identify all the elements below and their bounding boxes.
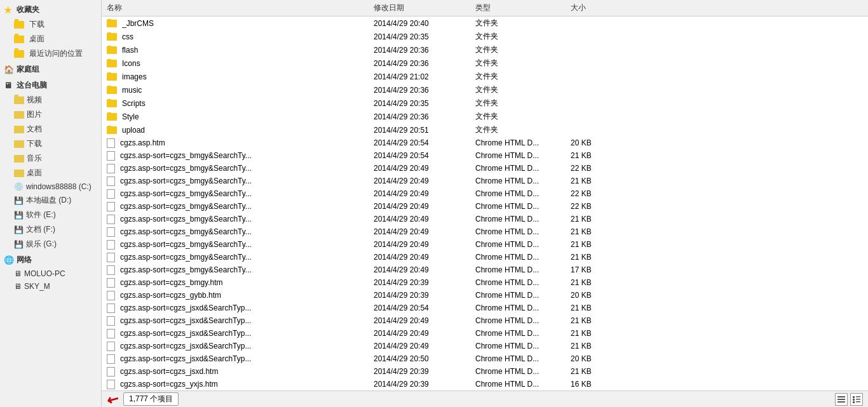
sidebar-thispc-header[interactable]: 🖥 这台电脑 — [0, 78, 101, 93]
table-row[interactable]: cgzs.asp-sort=cgzs_bmgy&SearchTy...2014/… — [102, 213, 868, 225]
file-date-cell: 2014/4/29 20:39 — [369, 291, 470, 300]
table-row[interactable]: cgzs.asp-sort=cgzs_gybb.htm2014/4/29 20:… — [102, 289, 868, 302]
sidebar-homegroup-label: 家庭组 — [17, 64, 39, 75]
table-row[interactable]: cgzs.asp-sort=cgzs_jsxd&SearchTyp...2014… — [102, 327, 868, 340]
sidebar-item-software[interactable]: 💾 软件 (E:) — [0, 208, 101, 222]
table-row[interactable]: cgzs.asp-sort=cgzs_bmgy&SearchTy...2014/… — [102, 264, 868, 276]
view-list-button[interactable] — [835, 393, 848, 406]
sidebar-item-pictures[interactable]: 图片 — [0, 107, 101, 122]
sidebar-item-docs2[interactable]: 💾 文档 (F:) — [0, 222, 101, 237]
table-row[interactable]: Icons2014/4/29 20:36文件夹 — [102, 57, 868, 70]
file-name-text: cgzs.asp-sort=cgzs_gybb.htm — [120, 291, 221, 300]
folder-icon — [107, 20, 117, 27]
table-row[interactable]: upload2014/4/29 20:51文件夹 — [102, 123, 868, 137]
col-header-name[interactable]: 名称 — [102, 3, 369, 13]
sidebar-item-desktop[interactable]: 桌面 — [0, 32, 101, 46]
column-headers: 名称 修改日期 类型 大小 — [102, 0, 868, 17]
file-icon — [107, 189, 115, 199]
sidebar-network-header[interactable]: 🌐 网络 — [0, 253, 101, 267]
col-header-size[interactable]: 大小 — [566, 3, 616, 13]
table-row[interactable]: cgzs.asp-sort=cgzs_jsxd&SearchTyp...2014… — [102, 340, 868, 352]
file-icon — [107, 367, 115, 377]
file-type-cell: Chrome HTML D... — [470, 380, 566, 389]
col-header-date[interactable]: 修改日期 — [369, 3, 470, 13]
table-row[interactable]: _JbrCMS2014/4/29 20:40文件夹 — [102, 17, 868, 30]
sidebar-homegroup-header[interactable]: 🏠 家庭组 — [0, 62, 101, 77]
table-row[interactable]: cgzs.asp-sort=cgzs_bmgy&SearchTy...2014/… — [102, 162, 868, 175]
sidebar-item-label: 最近访问的位置 — [29, 48, 83, 59]
table-row[interactable]: cgzs.asp-sort=cgzs_bmgy&SearchTy...2014/… — [102, 225, 868, 238]
file-name-text: cgzs.asp-sort=cgzs_jsxd.htm — [120, 367, 218, 376]
view-details-button[interactable] — [850, 393, 863, 406]
file-name-text: images — [122, 72, 147, 81]
file-name-text: Style — [122, 112, 139, 121]
computer-icon: 🖥 — [14, 269, 22, 278]
file-name-text: cgzs.asp-sort=cgzs_bmgy&SearchTy... — [120, 227, 252, 236]
table-row[interactable]: cgzs.asp-sort=cgzs_jsxd&SearchTyp...2014… — [102, 352, 868, 365]
table-row[interactable]: cgzs.asp-sort=cgzs_bmgy&SearchTy...2014/… — [102, 238, 868, 251]
table-row[interactable]: flash2014/4/29 20:36文件夹 — [102, 43, 868, 57]
file-name-text: cgzs.asp-sort=cgzs_bmgy&SearchTy... — [120, 202, 252, 211]
file-size-cell: 21 KB — [566, 253, 616, 262]
table-row[interactable]: cgzs.asp-sort=cgzs_jsxd&SearchTyp...2014… — [102, 302, 868, 314]
sidebar-item-downloads2[interactable]: 下载 — [0, 137, 101, 151]
table-row[interactable]: Scripts2014/4/29 20:35文件夹 — [102, 97, 868, 110]
table-row[interactable]: cgzs.asp-sort=cgzs_bmgy&SearchTy...2014/… — [102, 200, 868, 213]
table-row[interactable]: music2014/4/29 20:36文件夹 — [102, 83, 868, 97]
file-date-cell: 2014/4/29 20:49 — [369, 253, 470, 262]
file-name-cell: cgzs.asp-sort=cgzs_bmgy&SearchTy... — [102, 164, 369, 173]
monitor-icon: 🖥 — [4, 81, 14, 91]
file-size-cell: 22 KB — [566, 164, 616, 173]
file-type-cell: Chrome HTML D... — [470, 291, 566, 300]
table-row[interactable]: Style2014/4/29 20:36文件夹 — [102, 110, 868, 123]
file-type-cell: 文件夹 — [470, 44, 566, 55]
sidebar-item-moluo[interactable]: 🖥 MOLUO-PC — [0, 267, 101, 280]
table-row[interactable]: cgzs.asp-sort=cgzs_bmgy&SearchTy...2014/… — [102, 149, 868, 162]
file-size-cell: 21 KB — [566, 304, 616, 312]
sidebar-item-music[interactable]: 音乐 — [0, 151, 101, 166]
file-type-cell: Chrome HTML D... — [470, 215, 566, 224]
file-size-cell: 22 KB — [566, 202, 616, 211]
file-date-cell: 2014/4/29 20:36 — [369, 112, 470, 121]
sidebar-item-sky[interactable]: 🖥 SKY_M — [0, 280, 101, 293]
table-row[interactable]: cgzs.asp-sort=cgzs_bmgy&SearchTy...2014/… — [102, 251, 868, 264]
col-header-type[interactable]: 类型 — [470, 3, 566, 13]
folder-icon — [107, 73, 117, 81]
sidebar-item-label: 视频 — [27, 95, 42, 105]
sidebar-item-downloads[interactable]: 下载 — [0, 17, 101, 32]
sidebar-item-recent[interactable]: 最近访问的位置 — [0, 46, 101, 61]
table-row[interactable]: cgzs.asp-sort=cgzs_bmgy.htm2014/4/29 20:… — [102, 276, 868, 289]
file-name-text: music — [122, 86, 142, 95]
file-size-cell: 21 KB — [566, 177, 616, 185]
sidebar-item-localdisk[interactable]: 💾 本地磁盘 (D:) — [0, 193, 101, 208]
sidebar-item-documents[interactable]: 文档 — [0, 122, 101, 137]
sidebar-item-label: 本地磁盘 (D:) — [26, 195, 71, 206]
sidebar-item-windows-drive[interactable]: 💿 windows88888 (C:) — [0, 180, 101, 193]
file-date-cell: 2014/4/29 20:39 — [369, 380, 470, 389]
table-row[interactable]: css2014/4/29 20:35文件夹 — [102, 30, 868, 43]
sidebar-item-entertainment[interactable]: 💾 娱乐 (G:) — [0, 237, 101, 251]
file-type-cell: 文件夹 — [470, 58, 566, 69]
sidebar-item-desktop2[interactable]: 桌面 — [0, 166, 101, 180]
table-row[interactable]: cgzs.asp-sort=cgzs_bmgy&SearchTy...2014/… — [102, 187, 868, 200]
table-row[interactable]: cgzs.asp-sort=cgzs_bmgy&SearchTy...2014/… — [102, 175, 868, 187]
sidebar-item-label: windows88888 (C:) — [26, 182, 92, 191]
file-name-cell: images — [102, 72, 369, 81]
file-name-cell: cgzs.asp-sort=cgzs_bmgy&SearchTy... — [102, 227, 369, 237]
file-type-cell: Chrome HTML D... — [470, 304, 566, 312]
table-row[interactable]: cgzs.asp-sort=cgzs_jsxd&SearchTyp...2014… — [102, 314, 868, 327]
svg-rect-4 — [856, 396, 860, 397]
sidebar-favorites-header[interactable]: 收藏夹 — [0, 3, 101, 17]
table-row[interactable]: cgzs.asp-sort=cgzs_yxjs.htm2014/4/29 20:… — [102, 378, 868, 390]
sidebar-item-videos[interactable]: 视频 — [0, 93, 101, 107]
file-name-text: Icons — [122, 59, 140, 68]
sidebar-item-label: MOLUO-PC — [24, 269, 65, 278]
table-row[interactable]: cgzs.asp-sort=cgzs_jsxd.htm2014/4/29 20:… — [102, 365, 868, 378]
table-row[interactable]: images2014/4/29 21:02文件夹 — [102, 70, 868, 83]
file-name-cell: cgzs.asp-sort=cgzs_bmgy&SearchTy... — [102, 202, 369, 211]
file-size-cell: 17 KB — [566, 265, 616, 274]
table-row[interactable]: cgzs.asp.htm2014/4/29 20:54Chrome HTML D… — [102, 137, 868, 149]
file-icon — [107, 253, 115, 262]
file-size-cell: 21 KB — [566, 342, 616, 350]
file-size-cell: 21 KB — [566, 240, 616, 249]
